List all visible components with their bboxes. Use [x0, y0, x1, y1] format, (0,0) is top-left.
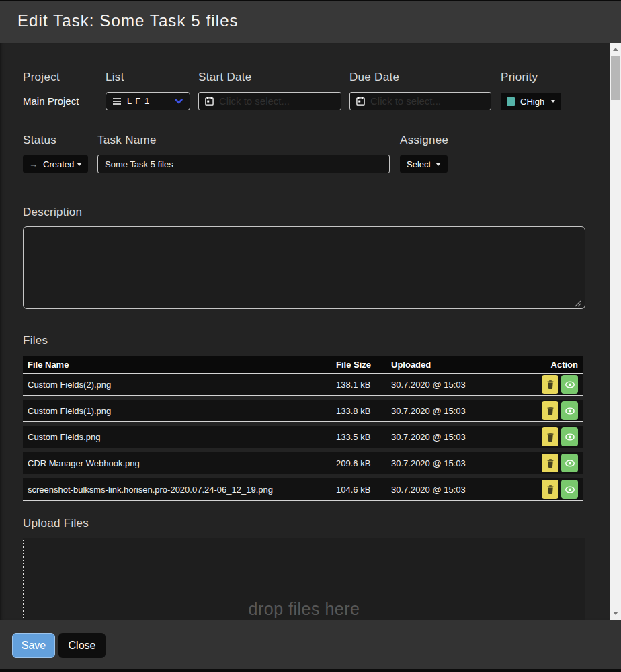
priority-color-swatch — [507, 97, 515, 106]
file-uploaded: 30.7.2020 @ 15:03 — [391, 485, 542, 495]
file-row: screenshot-bulksms-link.horisen.pro-2020… — [23, 478, 583, 501]
priority-select[interactable]: CHigh — [501, 93, 561, 110]
due-date-label: Due Date — [349, 71, 399, 84]
trash-icon — [547, 407, 554, 415]
dropzone-hint: drop files here — [23, 599, 585, 619]
col-action: Action — [551, 360, 583, 370]
view-file-button[interactable] — [561, 375, 578, 394]
trash-icon — [547, 433, 554, 442]
project-label: Project — [23, 71, 60, 84]
file-row: CDR Manager Webhook.png 209.6 kB 30.7.20… — [23, 452, 583, 474]
list-select-value: L F 1 — [127, 96, 150, 106]
status-value: Created — [43, 159, 74, 169]
file-size: 133.5 kB — [336, 432, 391, 442]
hamburger-icon — [113, 98, 121, 105]
file-row: Custom Fields(1).png 133.8 kB 30.7.2020 … — [23, 400, 583, 422]
file-size: 138.1 kB — [336, 380, 391, 390]
view-file-button[interactable] — [561, 480, 578, 499]
trash-icon — [547, 485, 554, 494]
caret-down-icon — [77, 163, 82, 166]
col-file-name: File Name — [23, 360, 336, 370]
col-uploaded: Uploaded — [391, 360, 551, 370]
delete-file-button[interactable] — [542, 401, 558, 420]
file-size: 104.6 kB — [336, 485, 391, 495]
file-name: screenshot-bulksms-link.horisen.pro-2020… — [23, 485, 336, 495]
description-textarea[interactable] — [23, 226, 585, 309]
project-value: Main Project — [23, 95, 79, 107]
eye-icon — [565, 381, 575, 388]
chevron-down-icon — [175, 99, 183, 104]
file-dropzone[interactable]: drop files here — [23, 538, 585, 620]
col-file-size: File Size — [336, 360, 391, 370]
file-size: 133.8 kB — [336, 406, 391, 416]
delete-file-button[interactable] — [542, 427, 558, 446]
delete-file-button[interactable] — [542, 375, 558, 394]
dialog-header: Edit Task: Some Task 5 files — [0, 1, 621, 43]
save-button[interactable]: Save — [12, 633, 55, 658]
priority-label: Priority — [501, 71, 538, 84]
assignee-label: Assignee — [400, 134, 448, 147]
list-select[interactable]: L F 1 — [106, 92, 190, 110]
list-label: List — [106, 71, 124, 84]
scrollbar-thumb[interactable] — [611, 56, 620, 100]
files-label: Files — [23, 334, 48, 347]
files-table-header: File Name File Size Uploaded Action — [23, 356, 583, 374]
upload-files-label: Upload Files — [23, 517, 89, 530]
eye-icon — [565, 460, 575, 467]
resize-grip-icon[interactable] — [573, 299, 581, 307]
description-label: Description — [23, 206, 82, 219]
scrollbar[interactable] — [610, 43, 621, 620]
dialog-bottom-border — [0, 669, 621, 672]
task-name-input[interactable] — [97, 155, 390, 173]
priority-value: CHigh — [520, 97, 544, 107]
eye-icon — [565, 407, 575, 415]
file-name: Custom Fields(1).png — [23, 406, 336, 416]
file-uploaded: 30.7.2020 @ 15:03 — [391, 432, 542, 442]
file-size: 209.6 kB — [336, 458, 391, 468]
close-button[interactable]: Close — [58, 633, 106, 658]
file-row: Custom Fields(2).png 138.1 kB 30.7.2020 … — [23, 374, 583, 396]
due-date-placeholder: Click to select... — [370, 95, 441, 107]
status-label: Status — [23, 134, 56, 147]
status-arrow-icon: → — [29, 159, 38, 169]
file-uploaded: 30.7.2020 @ 15:03 — [391, 458, 542, 468]
view-file-button[interactable] — [561, 427, 578, 446]
dialog-body: Project Main Project List L F 1 Start Da… — [0, 43, 610, 620]
file-name: CDR Manager Webhook.png — [23, 458, 336, 468]
view-file-button[interactable] — [561, 401, 578, 420]
calendar-icon — [356, 97, 365, 106]
trash-icon — [547, 459, 554, 468]
file-name: Custom Fields(2).png — [23, 380, 336, 390]
files-table: File Name File Size Uploaded Action Cust… — [23, 356, 583, 505]
due-date-input[interactable]: Click to select... — [349, 92, 491, 110]
view-file-button[interactable] — [561, 454, 578, 472]
assignee-select[interactable]: Select — [400, 155, 448, 173]
task-name-label: Task Name — [97, 134, 157, 147]
calendar-icon — [205, 97, 214, 106]
start-date-input[interactable]: Click to select... — [198, 92, 341, 110]
assignee-value: Select — [407, 159, 431, 169]
dialog-footer: Save Close — [0, 620, 621, 669]
caret-down-icon — [551, 100, 555, 103]
file-uploaded: 30.7.2020 @ 15:03 — [391, 406, 542, 416]
start-date-label: Start Date — [198, 71, 252, 84]
delete-file-button[interactable] — [542, 454, 558, 472]
scroll-down-icon[interactable] — [613, 612, 618, 615]
scroll-up-icon[interactable] — [613, 48, 618, 51]
eye-icon — [565, 433, 575, 441]
file-uploaded: 30.7.2020 @ 15:03 — [391, 380, 542, 390]
status-select[interactable]: → Created — [23, 155, 88, 173]
file-row: Custom Fields.png 133.5 kB 30.7.2020 @ 1… — [23, 426, 583, 448]
file-name: Custom Fields.png — [23, 432, 336, 442]
trash-icon — [547, 380, 554, 389]
dialog-title: Edit Task: Some Task 5 files — [17, 11, 239, 30]
caret-down-icon — [436, 163, 441, 166]
delete-file-button[interactable] — [542, 480, 558, 499]
eye-icon — [565, 486, 575, 493]
start-date-placeholder: Click to select... — [219, 95, 290, 107]
